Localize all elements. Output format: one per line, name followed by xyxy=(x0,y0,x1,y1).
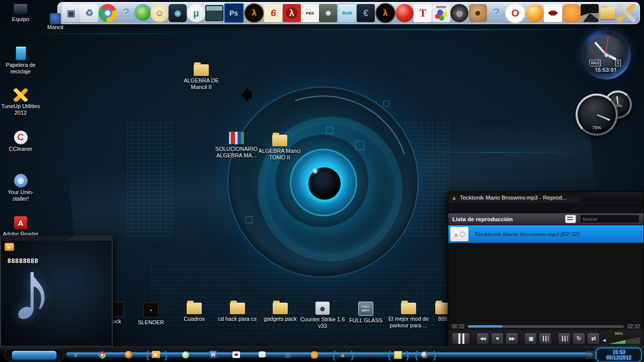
dock-icon-lips[interactable] xyxy=(544,4,562,22)
dock-icon-pes6[interactable]: 6 xyxy=(264,4,282,22)
dock-icon-sopcast[interactable] xyxy=(526,4,544,22)
taskbar-clock[interactable]: 15:53 05/12/2012 xyxy=(596,347,642,362)
dock-icon-half-life-dark[interactable]: λ xyxy=(375,3,395,23)
folder-icon xyxy=(194,64,209,76)
folder-icon xyxy=(401,303,416,314)
taskbar-icon-key[interactable] xyxy=(421,351,428,358)
taskbar-icon-magnet[interactable]: ∩ xyxy=(365,350,374,359)
next-button[interactable]: ▶▶ xyxy=(506,333,518,344)
dock-icon-zsnes[interactable]: zsnes xyxy=(432,4,450,22)
playlist-empty-area xyxy=(448,243,643,322)
dock-icon-media-orb[interactable] xyxy=(135,6,150,21)
equalizer-button[interactable] xyxy=(539,333,551,344)
adobe-reader-icon: A xyxy=(14,216,27,229)
desktop-icon-cdhack[interactable]: cd hack para cs xyxy=(213,303,261,322)
visualizer-window[interactable]: ▶ 88888888 ♪ xyxy=(0,235,113,347)
taskbar-icon-messenger[interactable] xyxy=(182,351,189,358)
taskbar-icon-tray-app[interactable] xyxy=(285,352,291,358)
desktop-icon-label: SOLUCIONARIO ALGEBRA MA... xyxy=(211,146,262,158)
dock-icon-hammer[interactable] xyxy=(617,4,635,22)
window-controls[interactable] xyxy=(579,192,643,202)
desktop-icon-solucionario[interactable]: SOLUCIONARIO ALGEBRA MA... xyxy=(211,132,262,158)
volume-slider[interactable] xyxy=(609,337,640,344)
seek-bar[interactable] xyxy=(468,325,624,328)
taskbar-show-desktop-button[interactable] xyxy=(586,351,596,359)
dock-icon-opera[interactable]: O xyxy=(505,3,525,23)
dock-icon-chrome[interactable] xyxy=(99,4,117,22)
desktop-icon-equipo[interactable]: Equipo xyxy=(1,3,41,23)
desktop-icon-label: Mancil xyxy=(47,24,63,31)
taskbar-icon-hamachi[interactable] xyxy=(311,351,318,358)
dock-icon-cheat-engine[interactable]: € xyxy=(357,4,375,22)
desktop-icon-ccleaner[interactable]: C CCleaner xyxy=(1,131,41,152)
dock-icon-chef[interactable]: ☺ xyxy=(150,4,169,22)
playlist-view-button[interactable] xyxy=(565,215,576,223)
dock-icon-caveman[interactable]: ☻ xyxy=(469,4,487,22)
desktop-icon-tuneup[interactable]: TuneUp Utilities 2012 xyxy=(1,88,41,116)
volume-control[interactable]: 54% ◄ xyxy=(602,333,640,344)
dock-icon-record[interactable] xyxy=(395,4,414,22)
desktop-icon-mancil-partial[interactable]: Mancil xyxy=(47,13,63,31)
dock-icon-utorrent[interactable]: µ xyxy=(187,4,205,22)
dock-icon-hand[interactable] xyxy=(562,4,581,22)
taskbar-icon-notes[interactable] xyxy=(394,351,402,359)
taskbar-icon-media-player[interactable]: ▶ xyxy=(152,351,160,358)
dock-icon-recycle-bin[interactable]: ♻ xyxy=(80,4,98,22)
stop-button[interactable]: ■ xyxy=(491,333,504,344)
dock-icon-swirl[interactable] xyxy=(581,4,599,22)
dock-icon-bum[interactable]: BuM xyxy=(338,4,357,23)
desktop-icon-algebra-tomo2[interactable]: ALGEBRA Manci TOMO II xyxy=(256,135,303,160)
dock-icon-soldier[interactable]: ☻ xyxy=(319,4,337,22)
dock-icon-camera[interactable]: ◉ xyxy=(169,4,187,22)
desktop-icon-uninstaller[interactable]: ⊕ Your Unin-staller! xyxy=(1,174,41,202)
desktop-icon-counter-strike[interactable]: ☻ Counter Strike 1.6 v33 xyxy=(300,302,345,329)
dock-icon-pes3[interactable]: PES xyxy=(301,4,319,22)
dock-icon-half-life[interactable]: λ xyxy=(244,3,264,23)
desktop-icon-label: Equipo xyxy=(12,16,29,23)
disc-icon xyxy=(459,231,465,237)
player-title-bar[interactable]: ▲ Tecktonik Mario Broswmv.mp3 - Reprod..… xyxy=(448,192,643,203)
track-icon: ▲ xyxy=(450,227,468,241)
dock-icon-photo[interactable] xyxy=(205,5,223,21)
playlist-button[interactable] xyxy=(558,333,571,344)
dock-icon-translator[interactable]: T xyxy=(414,4,432,22)
taskbar-icon-chrome[interactable] xyxy=(99,351,106,358)
taskbar-icon-lips[interactable] xyxy=(232,351,240,358)
clock-date-badge: 5 xyxy=(615,60,621,66)
previous-button[interactable]: ◀◀ xyxy=(476,333,489,344)
taskbar-icon-chat[interactable] xyxy=(259,351,266,357)
dock-icon-half-life-red[interactable]: λ xyxy=(283,4,301,22)
desktop-icon-algebra-mancil[interactable]: ALGEBRA DE Mancil II xyxy=(177,64,225,90)
folder-icon xyxy=(230,303,245,314)
desktop-icon-label: SLENDER xyxy=(138,319,164,326)
desktop-icon-papelera[interactable]: Papelera de reciclaje xyxy=(1,46,41,74)
pause-button[interactable] xyxy=(452,333,470,344)
taskbar-time: 15:53 xyxy=(612,349,625,355)
start-button[interactable] xyxy=(4,348,64,361)
gauge-value: 75% xyxy=(578,125,616,130)
dock-icon-film-reel[interactable]: ◎ xyxy=(450,4,468,22)
desktop-icon-label: 888 xyxy=(438,316,447,322)
dock-icon-computer[interactable]: ▣ xyxy=(62,4,80,22)
dock-icon-photoshop[interactable]: Ps xyxy=(224,3,244,23)
desktop-icon-gadgets[interactable]: gadgets pack xyxy=(258,303,303,322)
desktop-icon-cuadros[interactable]: Cuadros xyxy=(173,303,215,322)
dock-icon-folder[interactable] xyxy=(599,4,617,22)
taskbar-icon-vlc[interactable]: ▲ xyxy=(338,350,347,359)
shuffle-button[interactable]: ⇄ xyxy=(587,333,600,344)
clock-widget[interactable]: Wed 5 15:53:01 xyxy=(581,29,631,79)
dock-icon-help-2[interactable]: ? xyxy=(487,4,505,22)
taskbar-icon-word[interactable]: W xyxy=(209,351,217,358)
gauge-widget-large[interactable]: 75% xyxy=(576,94,618,136)
media-player-window: ▲ Tecktonik Mario Broswmv.mp3 - Reprod..… xyxy=(448,192,644,347)
clock-center-dot xyxy=(604,53,609,57)
dock-icon-help[interactable]: ? xyxy=(117,4,135,22)
playlist-item-selected[interactable]: ▲ Tecktonik Mario Broswmv.mp3 [02:32] xyxy=(448,225,643,243)
taskbar-icon-firefox[interactable] xyxy=(125,351,132,358)
loop-button[interactable]: ↻ xyxy=(573,333,585,344)
desktop-icon-slender[interactable]: ▪ SLENDER xyxy=(130,303,172,326)
taskbar-icon-internet-explorer[interactable]: e xyxy=(71,350,80,359)
playlist-search-input[interactable] xyxy=(580,215,639,223)
desktop-icon-full-glass[interactable]: FULL glass FULL GLASS xyxy=(343,302,388,324)
fullscreen-button[interactable]: ▣ xyxy=(524,333,537,344)
